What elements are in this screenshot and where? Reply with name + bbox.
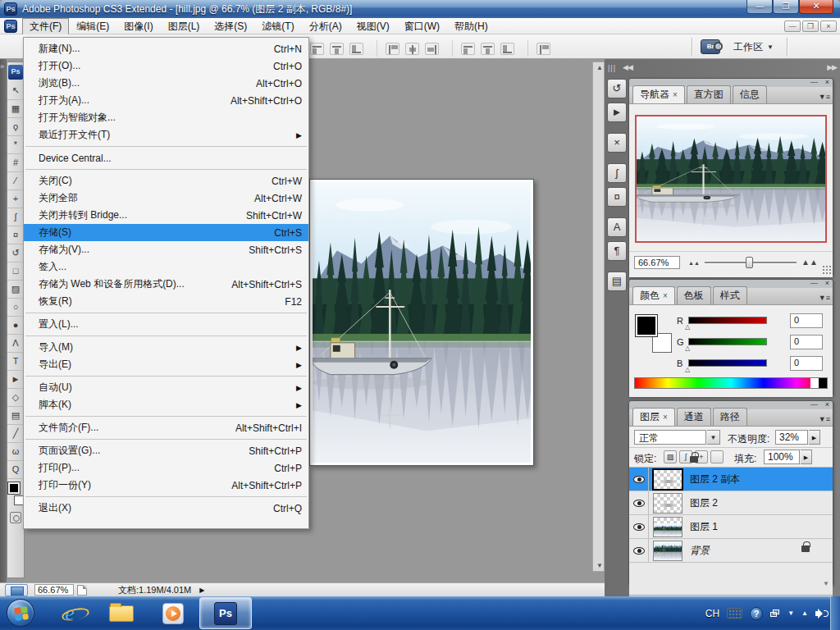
menubar-item-0[interactable]: 文件(F) [22,18,69,35]
foreground-color-swatch[interactable] [636,315,657,336]
file-menu-item-3[interactable]: 打开为(A)...Alt+Shift+Ctrl+O [24,92,308,109]
panel-menu-icon[interactable]: ▼≡ [819,93,830,101]
dodge-tool[interactable]: ● [7,317,24,335]
tray-chevron-down-icon[interactable]: ▼ [788,609,794,617]
menubar-item-1[interactable]: 编辑(E) [69,18,116,35]
file-menu-item-29[interactable]: 打印(P)...Ctrl+P [24,459,308,477]
panel-menu-icon[interactable]: ▼≡ [819,294,830,302]
channel-slider-B[interactable] [688,359,767,367]
panel-resize-grip[interactable] [822,265,831,274]
layers-tab-2[interactable]: 路径 [713,408,747,426]
brushes-panel-icon[interactable]: ʃ [607,163,627,183]
magic-wand-tool[interactable]: * [7,136,24,154]
restore-button[interactable]: ❐ [773,0,799,14]
lock-all-icon[interactable] [710,450,724,463]
scroll-up-icon[interactable]: ▲ [596,64,603,71]
color-tab-2[interactable]: 样式 [713,286,747,304]
slice-tool[interactable]: ⁄ [7,172,24,190]
color-tab-0[interactable]: 颜色× [632,286,675,304]
marquee-tool[interactable]: ▦ [7,100,24,118]
eye-icon[interactable] [633,476,645,483]
file-menu-item-14[interactable]: 签入... [24,258,308,276]
actions-panel-icon[interactable]: ► [607,103,627,122]
file-menu-item-20[interactable]: 导入(M)▶ [24,339,308,356]
bridge-button[interactable]: Br [701,39,720,54]
navigator-zoom-slider[interactable] [705,262,797,264]
eye-icon[interactable] [633,500,645,507]
file-menu-item-18[interactable]: 置入(L)... [24,316,308,333]
black-swatch[interactable] [819,378,827,388]
status-zoom-field[interactable]: 66.67% [34,584,74,596]
file-menu-item-23[interactable]: 自动(U)▶ [24,379,308,396]
file-menu-item-2[interactable]: 浏览(B)...Alt+Ctrl+O [24,75,308,92]
layer-name[interactable]: 图层 2 副本 [690,472,740,486]
file-menu-item-32[interactable]: 退出(X)Ctrl+Q [24,500,308,517]
panel-close-icon[interactable]: × [825,401,829,409]
shape-tool[interactable]: ◇ [7,389,24,407]
show-desktop-button[interactable] [830,596,840,630]
panel-minimize-icon[interactable]: — [810,79,818,86]
layer-thumbnail[interactable] [653,541,682,561]
panel-close-icon[interactable]: × [825,280,829,287]
internet-explorer-icon[interactable]: e [51,600,89,627]
channel-value-field-B[interactable]: 0 [790,356,823,371]
hand-tool[interactable]: ω [7,443,24,461]
close-button[interactable]: ✕ [799,0,833,14]
file-menu-item-24[interactable]: 脚本(K)▶ [24,396,308,413]
file-menu-item-26[interactable]: 文件简介(F)...Alt+Shift+Ctrl+I [24,419,308,436]
window-stack-icon[interactable] [770,609,780,618]
blend-mode-dropdown-icon[interactable]: ▼ [707,430,720,445]
character-panel-icon[interactable]: A [607,217,627,237]
workspace-button[interactable]: 工作区 ▼ [728,39,778,56]
navigator-tab-1[interactable]: 直方图 [687,85,731,103]
lasso-tool[interactable]: ϙ [7,118,24,136]
vertical-scrollbar[interactable]: ▲ ▼ [592,62,605,572]
channel-value-field-R[interactable]: 0 [790,313,823,328]
move-tool[interactable]: ↖ [7,82,24,100]
clone-source-panel-icon[interactable]: ¤ [607,187,627,207]
panel-menu-icon[interactable]: ▼≡ [819,415,830,423]
file-menu-item-28[interactable]: 页面设置(G)...Shift+Ctrl+P [24,442,308,459]
align-right-icon[interactable] [425,43,439,55]
slider-marker-icon[interactable]: △ [685,366,690,373]
notes-tool[interactable]: ▤ [7,407,24,425]
file-menu-item-12[interactable]: 存储(S)Ctrl+S [24,224,308,241]
file-explorer-icon[interactable] [103,600,140,627]
lock-transparency-icon[interactable]: ▨ [664,450,677,463]
tab-close-icon[interactable]: × [663,413,668,422]
layers-scroll-down-icon[interactable]: ▼ [823,580,829,591]
panel-minimize-icon[interactable]: — [810,280,818,287]
foreground-color-swatch[interactable] [8,482,20,494]
blend-mode-select[interactable]: 正常 [634,430,706,445]
layer-comps-panel-icon[interactable]: ▤ [607,272,627,291]
align-left-icon[interactable] [386,43,399,55]
volume-icon[interactable] [815,609,827,619]
doc-minimize-button[interactable]: — [784,21,801,32]
collapse-dock-icon[interactable]: ◀◀ [623,63,632,71]
file-menu-item-1[interactable]: 打开(O)...Ctrl+O [24,57,308,75]
expand-dock-icon[interactable]: ▶▶ [827,63,837,71]
tray-show-hidden-icon[interactable]: ▲ [801,609,808,617]
layer-name[interactable]: 背景 [690,544,710,558]
path-select-tool[interactable]: ► [7,371,24,389]
doc-close-button[interactable]: × [820,21,837,32]
eraser-tool[interactable]: □ [7,262,24,281]
file-menu-item-7[interactable]: Device Central... [24,149,308,167]
navigator-proxy-view[interactable] [635,115,827,243]
type-tool[interactable]: T [7,353,24,371]
layer-name[interactable]: 图层 1 [690,520,718,534]
zoom-in-icon[interactable]: ▲▲ [801,258,818,267]
layers-tab-1[interactable]: 通道 [677,408,711,426]
eyedropper-tool[interactable]: ╱ [7,425,24,443]
file-menu-item-0[interactable]: 新建(N)...Ctrl+N [24,40,308,57]
eye-icon[interactable] [633,547,645,555]
align-vertical-center-icon[interactable] [330,43,344,55]
layer-visibility-cell[interactable] [629,468,649,491]
menubar-item-9[interactable]: 帮助(H) [447,18,495,35]
menubar-item-6[interactable]: 分析(A) [302,18,349,35]
eye-icon[interactable] [633,523,645,531]
menubar-item-7[interactable]: 视图(V) [349,18,397,35]
menubar-item-8[interactable]: 窗口(W) [397,18,447,35]
navigator-tab-0[interactable]: 导航器× [632,85,685,103]
file-menu-item-9[interactable]: 关闭(C)Ctrl+W [24,172,308,189]
